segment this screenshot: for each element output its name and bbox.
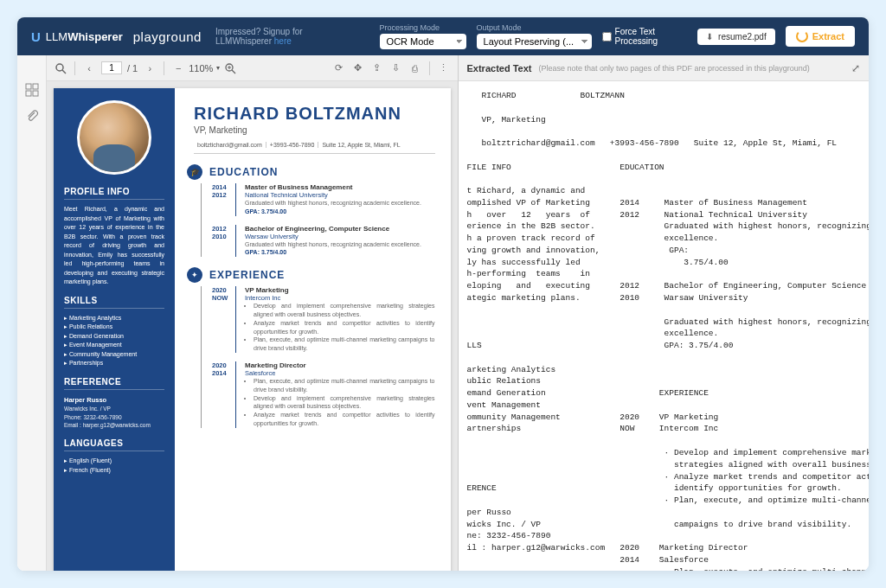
extracted-header: Extracted Text (Please note that only tw… — [459, 55, 870, 81]
ref-phone: Phone: 3232-456-7890 — [64, 413, 164, 422]
language-item: English (Fluent) — [64, 457, 164, 466]
processing-mode-select[interactable]: OCR Mode — [380, 34, 466, 49]
output-mode-select[interactable]: Layout Preserving (... — [477, 34, 592, 49]
page-input[interactable] — [101, 61, 122, 74]
document-viewport[interactable]: PROFILE INFO Meet Richard, a dynamic and… — [47, 81, 458, 571]
languages-heading: LANGUAGES — [64, 438, 164, 451]
svg-rect-1 — [33, 84, 38, 89]
attachment-icon[interactable] — [25, 109, 39, 123]
experience-icon: ✦ — [187, 267, 202, 283]
experience-entry: 20202014Marketing DirectorSalesforcePlan… — [212, 361, 435, 428]
thumbnails-icon[interactable] — [25, 83, 39, 97]
ref-company: Warwicks Inc. / VP — [64, 405, 164, 413]
svg-rect-0 — [26, 84, 31, 89]
expand-icon[interactable]: ⤢ — [851, 62, 860, 74]
skill-item: Marketing Analytics — [64, 314, 164, 323]
resume-role: VP, Marketing — [194, 125, 435, 135]
rotate-icon[interactable]: ⟳ — [332, 61, 346, 75]
next-page-icon[interactable]: › — [143, 61, 157, 75]
experience-heading: EXPERIENCE — [209, 269, 435, 281]
app-header: U LLMWhisperer playground Impressed? Sig… — [17, 17, 869, 55]
left-sidebar — [17, 55, 47, 571]
output-mode-control: Output Mode Layout Preserving (... — [477, 23, 592, 49]
language-item: French (Fluent) — [64, 466, 164, 476]
prev-page-icon[interactable]: ‹ — [82, 61, 96, 75]
skill-item: Partnerships — [64, 359, 164, 368]
pan-icon[interactable]: ✥ — [351, 61, 365, 75]
output-mode-label: Output Mode — [477, 23, 592, 32]
ref-email: Email : harper.g12@warwicks.com — [64, 421, 164, 430]
force-text-input[interactable] — [602, 32, 612, 42]
upload-icon[interactable]: ⇪ — [370, 61, 384, 75]
extracted-title: Extracted Text — [467, 63, 532, 74]
signup-link[interactable]: here — [274, 36, 292, 46]
resume-sidebar: PROFILE INFO Meet Richard, a dynamic and… — [54, 88, 175, 571]
zoom-level: 110% — [189, 63, 213, 74]
extracted-text[interactable]: RICHARD BOLTZMANN VP, Marketing boltztri… — [459, 81, 870, 571]
search-icon[interactable] — [54, 61, 67, 75]
extracted-note: (Please note that only two pages of this… — [539, 64, 810, 73]
more-icon[interactable]: ⋮ — [437, 61, 451, 75]
playground-label: playground — [133, 29, 202, 44]
print-icon[interactable]: ⎙ — [408, 61, 422, 75]
document-panel: ‹ / 1 › − 110% ▾ ⟳ ✥ ⇪ ⇩ ⎙ ⋮ — [47, 55, 459, 571]
extracted-panel: Extracted Text (Please note that only tw… — [459, 55, 870, 571]
processing-mode-control: Processing Mode OCR Mode — [380, 23, 466, 49]
skill-item: Demand Generation — [64, 332, 164, 342]
svg-line-9 — [232, 70, 235, 74]
signup-tagline: Impressed? Signup for LLMWhisperer here — [215, 27, 359, 46]
experience-entry: 2020NOWVP MarketingIntercom IncDevelop a… — [212, 286, 435, 353]
download-doc-icon[interactable]: ⇩ — [389, 61, 403, 75]
reference-heading: REFERENCE — [64, 377, 164, 390]
logo-mark: U — [31, 29, 41, 44]
zoom-out-icon[interactable]: − — [171, 61, 185, 75]
skills-heading: SKILLS — [64, 296, 164, 309]
skill-item: Public Relations — [64, 323, 164, 332]
svg-point-4 — [56, 64, 63, 71]
education-entry: 20122010Bachelor of Engineering, Compute… — [212, 225, 435, 258]
skill-item: Event Management — [64, 341, 164, 350]
document-page: PROFILE INFO Meet Richard, a dynamic and… — [54, 88, 451, 571]
resume-contact: boltztichard@gmail.com+3993-456-7890Suit… — [194, 142, 435, 154]
languages-list: English (Fluent)French (Fluent) — [64, 457, 164, 475]
skill-item: Community Management — [64, 350, 164, 360]
profile-heading: PROFILE INFO — [64, 187, 164, 200]
resume-name: RICHARD BOLTZMANN — [194, 104, 435, 124]
brand-suffix: Whisperer — [67, 30, 123, 43]
page-total: / 1 — [127, 63, 138, 74]
education-icon: 🎓 — [187, 164, 202, 180]
app-logo: U LLMWhisperer playground — [31, 29, 202, 44]
resume-main: RICHARD BOLTZMANN VP, Marketing boltztic… — [175, 88, 451, 571]
education-heading: EDUCATION — [209, 166, 435, 178]
brand-prefix: LLM — [46, 30, 67, 43]
zoom-in-icon[interactable] — [223, 61, 237, 75]
force-text-checkbox[interactable]: Force Text Processing — [602, 27, 688, 46]
skills-list: Marketing AnalyticsPublic RelationsDeman… — [64, 314, 164, 368]
svg-rect-2 — [26, 91, 31, 96]
file-name: resume2.pdf — [718, 32, 767, 42]
force-text-label: Force Text Processing — [615, 27, 688, 46]
profile-text: Meet Richard, a dynamic and accomplished… — [64, 205, 164, 287]
ref-name: Harper Russo — [64, 395, 164, 405]
experience-section: ✦ EXPERIENCE 2020NOWVP MarketingIntercom… — [194, 269, 435, 428]
processing-mode-label: Processing Mode — [380, 23, 466, 32]
file-chip[interactable]: ⬇ resume2.pdf — [697, 29, 775, 45]
avatar — [77, 100, 151, 175]
pdf-toolbar: ‹ / 1 › − 110% ▾ ⟳ ✥ ⇪ ⇩ ⎙ ⋮ — [47, 55, 458, 81]
svg-rect-3 — [33, 91, 38, 96]
svg-line-5 — [62, 70, 66, 74]
education-section: 🎓 EDUCATION 20142012Master of Business M… — [194, 166, 435, 257]
education-entry: 20142012Master of Business ManagementNat… — [212, 183, 435, 216]
download-icon: ⬇ — [706, 32, 713, 42]
extract-button[interactable]: Extract — [786, 26, 855, 47]
